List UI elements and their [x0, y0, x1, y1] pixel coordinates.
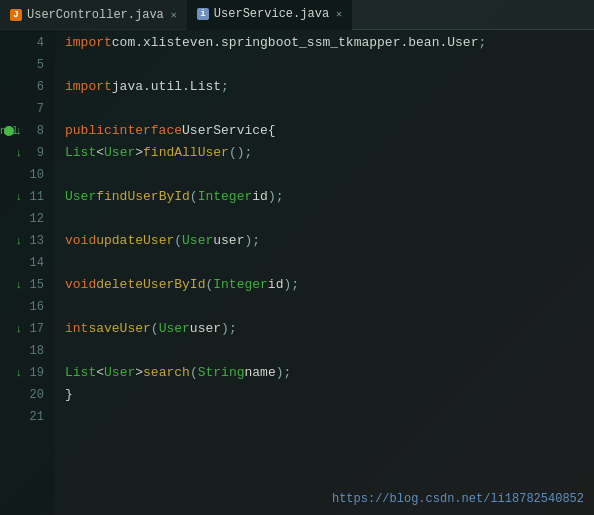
code-line: void updateUser(User user); [65, 230, 584, 252]
code-token: { [268, 120, 276, 142]
code-line [65, 54, 584, 76]
line-number: 17 [22, 322, 44, 336]
code-token: User [159, 318, 190, 340]
code-token: ); [276, 362, 292, 384]
code-line: List<User> findAllUser(); [65, 142, 584, 164]
code-line: User findUserById(Integer id); [65, 186, 584, 208]
code-token: import [65, 32, 112, 54]
line-number: 5 [22, 58, 44, 72]
code-line [65, 208, 584, 230]
code-token: ); [268, 186, 284, 208]
code-line [65, 406, 584, 428]
line-number: 6 [22, 80, 44, 94]
code-token: id [268, 274, 284, 296]
run-icon: ↓ [15, 236, 22, 247]
code-token: ( [151, 318, 159, 340]
code-token: updateUser [96, 230, 174, 252]
code-token: List [65, 142, 96, 164]
code-token: void [65, 230, 96, 252]
code-token: ( [205, 274, 213, 296]
code-token: User [182, 230, 213, 252]
run-icon: ↓ [15, 324, 22, 335]
editor-panel: J UserController.java ✕ i UserService.ja… [0, 0, 594, 515]
code-line: import java.util.List; [65, 76, 584, 98]
code-token: ( [174, 230, 182, 252]
gutter-row: ↓ 19 [0, 362, 55, 384]
gutter-row: 7 [0, 98, 55, 120]
run-icon: ↓ [15, 368, 22, 379]
code-token: > [135, 142, 143, 164]
tab-service-close[interactable]: ✕ [336, 8, 342, 20]
tab-controller[interactable]: J UserController.java ✕ [0, 0, 187, 30]
tab-controller-close[interactable]: ✕ [171, 9, 177, 21]
gutter-row: 20 [0, 384, 55, 406]
code-line [65, 98, 584, 120]
gutter-icons: ↓ [2, 236, 22, 247]
gutter-row: 18 [0, 340, 55, 362]
code-token: User [104, 142, 135, 164]
gutter-row: 16 [0, 296, 55, 318]
gutter-icons: ↓ [2, 368, 22, 379]
tab-service-label: UserService.java [214, 7, 329, 21]
tab-service[interactable]: i UserService.java ✕ [187, 0, 352, 30]
gutter-row: ↓ 11 [0, 186, 55, 208]
code-token: UserService [182, 120, 268, 142]
code-token: > [135, 362, 143, 384]
gutter-row: ↓ 9 [0, 142, 55, 164]
java-icon-controller: J [10, 9, 22, 21]
gutter-icons: ↓ [2, 280, 22, 291]
watermark-url: https://blog.csdn.net/li18782540852 [332, 492, 584, 506]
tab-bar: J UserController.java ✕ i UserService.ja… [0, 0, 594, 30]
code-token: void [65, 274, 96, 296]
watermark: https://blog.csdn.net/li18782540852 [332, 489, 584, 507]
gutter-row: 14 [0, 252, 55, 274]
code-token: com.xlisteven.springboot_ssm_tkmapper.be… [112, 32, 479, 54]
code-line [65, 296, 584, 318]
code-token: saveUser [88, 318, 150, 340]
impl-label: npl [0, 126, 18, 137]
code-token: (); [229, 142, 252, 164]
code-token: } [65, 384, 73, 406]
run-icon: ↓ [15, 148, 22, 159]
line-number: 20 [22, 388, 44, 402]
gutter-icons: ↓ [2, 324, 22, 335]
gutter-row: 4 [0, 32, 55, 54]
tab-controller-label: UserController.java [27, 8, 164, 22]
code-token: ); [244, 230, 260, 252]
code-line: int saveUser(User user); [65, 318, 584, 340]
code-token: String [198, 362, 245, 384]
line-number: 4 [22, 36, 44, 50]
gutter-icons: ↓ [2, 192, 22, 203]
code-token: findUserById [96, 186, 190, 208]
gutter-row: 12 [0, 208, 55, 230]
code-token: < [96, 142, 104, 164]
code-token: < [96, 362, 104, 384]
code-line: public interface UserService { [65, 120, 584, 142]
code-line: } [65, 384, 584, 406]
gutter-row: npl ↓ 8 [0, 120, 55, 142]
code-token: id [252, 186, 268, 208]
gutter-icons: ↓ [2, 148, 22, 159]
code-area: 4 5 6 7 npl ↓ 8 ↓ 9 10 ↓ 11 [0, 30, 594, 515]
gutter-row: 6 [0, 76, 55, 98]
code-token: java.util.List [112, 76, 221, 98]
code-token: ); [283, 274, 299, 296]
gutter-row: ↓ 15 [0, 274, 55, 296]
gutter-row: ↓ 13 [0, 230, 55, 252]
line-number: 7 [22, 102, 44, 116]
code-token: user [190, 318, 221, 340]
code-token: name [245, 362, 276, 384]
code-token: User [65, 186, 96, 208]
code-token: ( [190, 362, 198, 384]
code-line: import com.xlisteven.springboot_ssm_tkma… [65, 32, 584, 54]
code-token: public [65, 120, 112, 142]
line-number: 21 [22, 410, 44, 424]
code-token: ); [221, 318, 237, 340]
line-number: 13 [22, 234, 44, 248]
run-icon: ↓ [15, 280, 22, 291]
code-token: User [104, 362, 135, 384]
line-number: 11 [22, 190, 44, 204]
line-number: 19 [22, 366, 44, 380]
code-line: List<User> search(String name); [65, 362, 584, 384]
code-token: ( [190, 186, 198, 208]
